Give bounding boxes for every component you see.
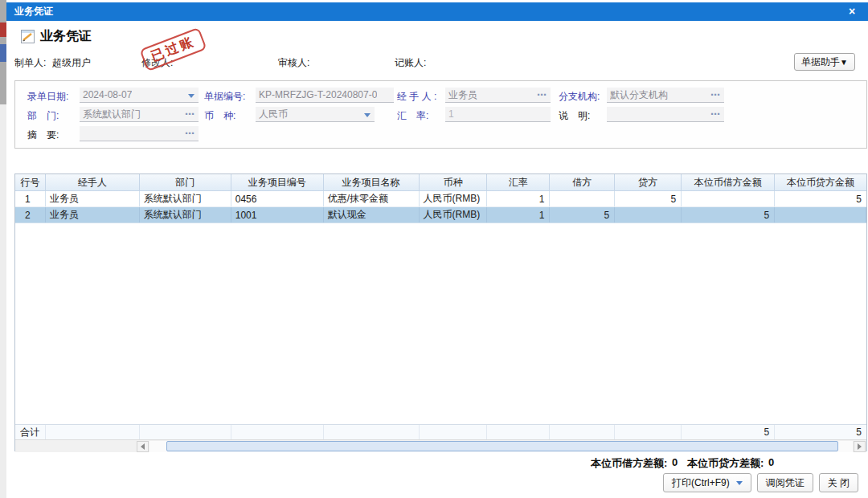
ellipsis-lookup-icon[interactable]: ⋯ xyxy=(710,88,721,102)
cell-rate: 1 xyxy=(487,191,550,206)
print-button-label: 打印(Ctrl+F9) xyxy=(672,474,730,492)
voucher-pencil-icon xyxy=(21,30,35,43)
posted-stamp: 已过账 xyxy=(139,27,207,71)
col-header-department[interactable]: 部门 xyxy=(140,174,231,190)
department-field[interactable]: 系统默认部门 ⋯ xyxy=(80,107,199,122)
scroll-right-button[interactable] xyxy=(854,441,866,452)
handler-value: 业务员 xyxy=(448,88,477,102)
cell-currency: 人民币(RMB) xyxy=(420,191,488,206)
close-button[interactable]: 关 闭 xyxy=(819,473,858,492)
cell-currency: 人民币(RMB) xyxy=(420,207,488,222)
total-empty xyxy=(231,425,324,439)
doc-no-value: KP-MRFZJG-T-20240807-0 xyxy=(259,88,377,102)
branch-field[interactable]: 默认分支机构 ⋯ xyxy=(607,88,724,103)
debit-diff-label: 本位币借方差额: xyxy=(591,456,667,471)
voucher-form: 录单日期: 2024-08-07 单据编号: KP-MRFZJG-T-20240… xyxy=(14,80,867,149)
total-empty xyxy=(140,425,231,439)
background-light-fragment xyxy=(0,104,6,498)
ellipsis-lookup-icon[interactable]: ⋯ xyxy=(185,126,195,141)
arrow-right-icon xyxy=(858,443,862,450)
total-empty xyxy=(615,425,682,439)
business-voucher-dialog: 业务凭证 × 业务凭证 制单人: 超级用户 修改人: 审核人: 记账人: 已过账… xyxy=(6,0,868,498)
record-date-field[interactable]: 2024-08-07 xyxy=(80,88,199,103)
print-button[interactable]: 打印(Ctrl+F9) xyxy=(663,473,751,492)
scrollbar-thumb[interactable] xyxy=(166,441,838,451)
branch-value: 默认分支机构 xyxy=(610,88,668,102)
scroll-left-button[interactable] xyxy=(137,441,149,452)
background-red-fragment xyxy=(0,22,6,37)
chevron-down-icon: ▼ xyxy=(840,58,848,67)
currency-label: 币 种: xyxy=(204,108,235,124)
voucher-assistant-button[interactable]: 单据助手▼ xyxy=(794,53,855,71)
cell-handler: 业务员 xyxy=(46,207,140,222)
total-row: 合计 5 5 xyxy=(15,424,866,439)
handler-label: 经 手 人 : xyxy=(397,89,436,104)
col-header-rowno[interactable]: 行号 xyxy=(15,174,46,190)
chevron-down-icon[interactable] xyxy=(736,481,743,485)
cell-handler: 业务员 xyxy=(46,191,140,206)
cell-project-name: 默认现金 xyxy=(324,207,420,222)
ellipsis-lookup-icon[interactable]: ⋯ xyxy=(537,88,547,102)
col-header-credit[interactable]: 贷方 xyxy=(615,174,682,190)
voucher-assistant-label: 单据助手 xyxy=(801,56,840,67)
ellipsis-lookup-icon[interactable]: ⋯ xyxy=(185,107,195,121)
exchange-rate-field[interactable]: 1 xyxy=(445,107,551,122)
close-icon[interactable]: × xyxy=(845,2,858,21)
total-empty xyxy=(420,425,488,439)
col-header-project-no[interactable]: 业务项目编号 xyxy=(231,174,324,190)
cell-project-no: 0456 xyxy=(231,191,324,206)
cell-rowno: 1 xyxy=(15,191,46,206)
chevron-down-icon[interactable] xyxy=(188,94,194,98)
col-header-debit[interactable]: 借方 xyxy=(550,174,615,190)
summary-field[interactable]: ⋯ xyxy=(80,126,199,141)
cell-rowno: 2 xyxy=(15,207,46,222)
cell-rate: 1 xyxy=(487,207,550,222)
horizontal-scrollbar[interactable] xyxy=(15,439,866,452)
entries-table: 行号 经手人 部门 业务项目编号 业务项目名称 币种 汇率 借方 贷方 本位币借… xyxy=(14,173,867,451)
debit-diff-value: 0 xyxy=(672,456,678,468)
handler-field[interactable]: 业务员 ⋯ xyxy=(445,88,551,103)
cell-project-no: 1001 xyxy=(231,207,324,222)
maker-value: 超级用户 xyxy=(52,56,91,70)
cell-credit-base xyxy=(775,207,866,222)
view-voucher-label: 调阅凭证 xyxy=(766,474,805,492)
branch-label: 分支机构: xyxy=(559,89,600,104)
maker-label: 制单人: xyxy=(14,56,46,70)
doc-no-field[interactable]: KP-MRFZJG-T-20240807-0 xyxy=(256,88,394,103)
cell-credit xyxy=(615,207,682,222)
credit-diff-label: 本位币贷方差额: xyxy=(687,456,764,471)
table-row-selected[interactable]: 2 业务员 系统默认部门 1001 默认现金 人民币(RMB) 1 5 5 xyxy=(15,207,866,223)
col-header-rate[interactable]: 汇率 xyxy=(487,174,550,190)
currency-field[interactable]: 人民币 xyxy=(256,107,375,122)
total-label: 合计 xyxy=(15,425,46,439)
col-header-credit-base[interactable]: 本位币贷方金额 xyxy=(775,174,866,190)
col-header-debit-base[interactable]: 本位币借方金额 xyxy=(682,174,775,190)
col-header-currency[interactable]: 币种 xyxy=(420,174,488,190)
record-date-value: 2024-08-07 xyxy=(83,88,132,102)
total-debit-base: 5 xyxy=(682,425,775,439)
arrow-left-icon xyxy=(141,443,145,450)
view-voucher-button[interactable]: 调阅凭证 xyxy=(757,473,813,492)
record-date-label: 录单日期: xyxy=(27,89,68,104)
close-button-label: 关 闭 xyxy=(828,474,850,492)
cell-debit-base xyxy=(682,191,775,206)
dialog-title: 业务凭证 xyxy=(14,6,53,17)
chevron-down-icon[interactable] xyxy=(364,113,371,117)
dialog-titlebar[interactable]: 业务凭证 × xyxy=(6,2,868,21)
note-field[interactable]: ⋯ xyxy=(607,107,724,122)
ellipsis-lookup-icon[interactable]: ⋯ xyxy=(710,107,721,121)
col-header-handler[interactable]: 经手人 xyxy=(46,174,140,190)
total-empty xyxy=(487,425,550,439)
cell-project-name: 优惠/抹零金额 xyxy=(324,191,420,206)
exchange-rate-value: 1 xyxy=(448,107,454,121)
total-empty xyxy=(324,425,420,439)
cell-debit-base: 5 xyxy=(682,207,775,222)
col-header-project-name[interactable]: 业务项目名称 xyxy=(324,174,420,190)
cell-debit: 5 xyxy=(550,207,615,222)
cell-credit-base: 5 xyxy=(775,191,866,206)
table-row[interactable]: 1 业务员 系统默认部门 0456 优惠/抹零金额 人民币(RMB) 1 5 5 xyxy=(15,191,866,207)
background-window-edge xyxy=(0,0,6,498)
auditor-label: 审核人: xyxy=(278,56,309,70)
cell-department: 系统默认部门 xyxy=(140,191,231,206)
scrollbar-track[interactable] xyxy=(149,441,853,452)
